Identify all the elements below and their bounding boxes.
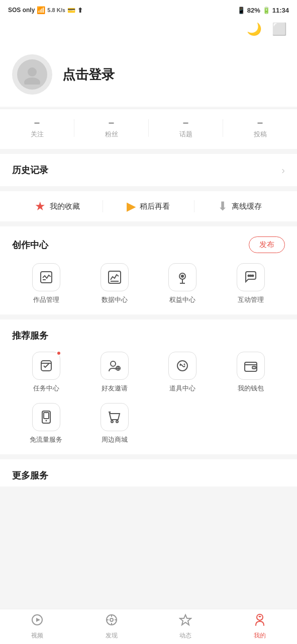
stat-fans-label: 粉丝 [74,130,148,139]
svg-point-15 [111,361,116,366]
star-icon: ★ [35,199,46,213]
section-gap-3 [0,221,297,226]
stat-post-label: 投稿 [223,130,297,139]
svg-point-9 [181,275,183,277]
svg-marker-33 [36,618,40,622]
favorites-label: 我的收藏 [50,202,80,211]
top-actions: 🌙 ⬜ [0,18,297,44]
stat-post[interactable]: – 投稿 [223,117,297,139]
shop-icon-wrap [101,403,129,431]
signal-icon: 📶 [37,6,45,14]
task-icon-wrap [32,352,60,380]
nav-item-mine[interactable]: 我的 [223,609,297,644]
profile-section[interactable]: 点击登录 [0,44,297,107]
svg-point-12 [252,275,254,277]
publish-button[interactable]: 发布 [249,236,285,253]
svg-point-28 [111,421,113,423]
svg-point-35 [110,618,113,621]
creation-item-rights[interactable]: 权益中心 [162,263,203,304]
stat-fans[interactable]: – 粉丝 [74,117,148,139]
stat-follow[interactable]: – 关注 [0,117,74,139]
section-gap-5 [0,454,297,459]
svg-point-1 [24,77,40,85]
quick-link-offline[interactable]: ⬇ 离线缓存 [194,199,285,213]
stat-topic-num: – [149,117,223,128]
night-mode-icon[interactable]: 🌙 [247,22,262,36]
quick-link-watchlater[interactable]: ▶ 稍后再看 [103,199,193,213]
nav-dynamic-icon [179,613,192,629]
wallet-label: 我的钱包 [238,384,264,393]
speed-text: 5.8 K/s [47,7,65,13]
creation-grid: 作品管理 数据中心 权益中心 [12,263,285,304]
upload-icon: ⬆ [77,7,83,14]
stat-follow-label: 关注 [0,130,74,139]
works-label: 作品管理 [33,295,59,304]
creation-title: 创作中心 [12,239,48,251]
chevron-right-icon: › [281,165,285,176]
invite-icon [101,352,129,380]
time-text: 11:34 [272,7,289,14]
svg-point-29 [116,421,118,423]
nav-discover-label: 发现 [106,631,118,640]
nav-item-discover[interactable]: 发现 [74,609,149,644]
quick-link-favorites[interactable]: ★ 我的收藏 [12,199,103,213]
section-gap-1 [0,149,297,154]
rights-icon [168,263,196,291]
service-item-traffic[interactable]: 免流量服务 [12,403,80,444]
status-right: 📱 82% 🔋 11:34 [237,7,289,14]
data-icon [101,263,129,291]
scan-icon[interactable]: ⬜ [272,22,287,36]
invite-label: 好友邀请 [102,384,128,393]
svg-point-21 [184,364,185,365]
section-gap-2 [0,186,297,191]
interact-label: 互动管理 [238,295,264,304]
traffic-label: 免流量服务 [30,435,62,444]
play-icon: ▶ [127,199,136,213]
creation-item-works[interactable]: 作品管理 [26,263,66,304]
stat-follow-num: – [0,117,74,128]
service-item-shop[interactable]: 周边商城 [80,403,149,444]
props-icon-wrap [168,352,196,380]
sim2-icon: 📱 [237,7,245,14]
offline-icon: ⬇ [218,199,228,213]
creation-section: 创作中心 发布 作品管理 数据中心 [0,226,297,314]
creation-item-data[interactable]: 数据中心 [94,263,135,304]
creation-header: 创作中心 发布 [12,236,285,253]
props-label: 道具中心 [169,384,195,393]
service-item-invite[interactable]: 好友邀请 [80,352,149,393]
data-label: 数据中心 [102,295,128,304]
section-gap-4 [0,314,297,319]
service-item-props[interactable]: 道具中心 [149,352,217,393]
avatar[interactable] [12,54,52,95]
svg-point-10 [248,275,250,277]
svg-marker-40 [180,615,191,625]
nav-item-video[interactable]: 视频 [0,609,74,644]
rights-label: 权益中心 [169,295,195,304]
login-text[interactable]: 点击登录 [62,66,115,84]
creation-item-interact[interactable]: 互动管理 [231,263,271,304]
nav-mine-label: 我的 [254,631,266,640]
service-item-wallet[interactable]: 我的钱包 [217,352,285,393]
wallet-icon [237,352,265,380]
invite-icon-wrap [101,352,129,380]
shop-icon [101,403,129,431]
wallet-icon-wrap [237,352,265,380]
services-title: 推荐服务 [12,331,48,341]
services-grid: 任务中心 好友邀请 [12,352,285,444]
shop-label: 周边商城 [102,435,128,444]
nav-mine-icon [253,613,266,629]
battery-icon: 🔋 [262,7,270,14]
svg-point-11 [250,275,252,277]
quick-links: ★ 我的收藏 ▶ 稍后再看 ⬇ 离线缓存 [0,191,297,221]
stat-topic[interactable]: – 话题 [149,117,223,139]
history-row[interactable]: 历史记录 › [0,154,297,186]
interact-icon [237,263,265,291]
nav-dynamic-label: 动态 [179,631,191,640]
nav-video-icon [31,613,44,629]
service-item-task[interactable]: 任务中心 [12,352,80,393]
nav-item-dynamic[interactable]: 动态 [149,609,223,644]
stat-post-num: – [223,117,297,128]
battery-text: 82% [247,7,260,14]
stat-fans-num: – [74,117,148,128]
svg-point-0 [28,67,37,76]
